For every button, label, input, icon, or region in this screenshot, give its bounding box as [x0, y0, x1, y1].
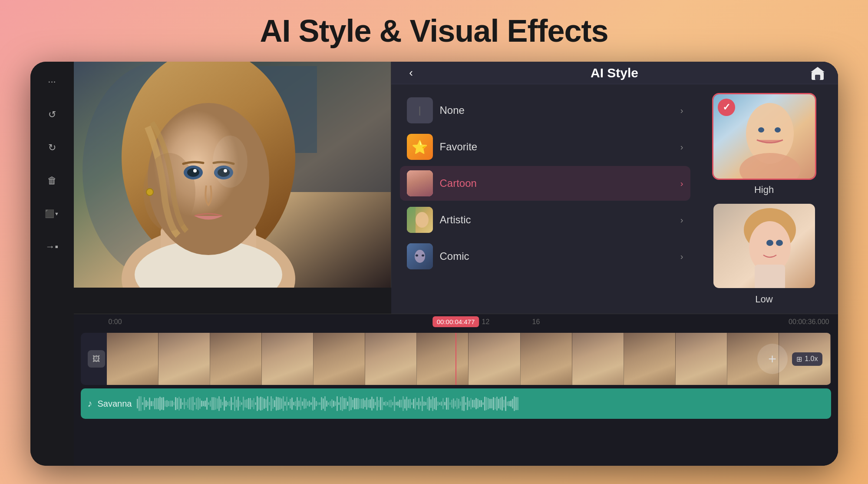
- waveform-bar: [309, 401, 310, 407]
- adjust-icon[interactable]: ⬛▼: [43, 204, 62, 223]
- waveform-bar: [234, 396, 235, 411]
- waveform-bar: [180, 398, 182, 409]
- waveform-bar: [218, 396, 220, 411]
- style-thumb-cartoon: [407, 170, 433, 196]
- waveform-bar: [456, 398, 458, 409]
- redo-icon[interactable]: ↻: [43, 138, 62, 157]
- waveform-bar: [161, 398, 162, 410]
- waveform-bar: [267, 396, 268, 411]
- quality-option-high[interactable]: ✓ High: [699, 93, 829, 196]
- video-frame: [107, 333, 158, 385]
- style-thumb-favorite: ⭐: [407, 134, 433, 160]
- waveform-bar: [231, 397, 232, 410]
- waveform-bar: [463, 396, 465, 411]
- add-clip-button[interactable]: +: [757, 344, 788, 374]
- waveform-bar: [363, 398, 364, 409]
- waveform-bar: [439, 402, 440, 405]
- main-content: ‹ AI Style: [74, 62, 838, 466]
- svg-point-26: [416, 212, 429, 228]
- waveform-bar: [243, 397, 244, 411]
- waveform-bar: [432, 396, 433, 411]
- style-item-favorite[interactable]: ⭐ Favorite ›: [400, 129, 690, 164]
- export-icon[interactable]: →▪: [43, 237, 62, 256]
- waveform-bar: [437, 401, 439, 406]
- waveform-bar: [269, 402, 270, 406]
- waveform-bar: [390, 400, 392, 408]
- waveform-bar: [340, 397, 341, 410]
- waveform-bar: [429, 397, 430, 411]
- more-icon[interactable]: ···: [43, 72, 62, 91]
- waveform-bar: [236, 400, 237, 408]
- waveform-bar: [170, 401, 171, 407]
- waveform-bar: [342, 396, 343, 411]
- waveform-bar: [241, 402, 242, 405]
- waveform-bar: [297, 397, 298, 410]
- waveform-bar: [488, 398, 489, 409]
- waveform-bar: [265, 399, 267, 408]
- waveform-bar: [474, 400, 475, 407]
- waveform-bar: [404, 399, 406, 408]
- speed-value: 1.0x: [805, 355, 818, 363]
- waveform-bar: [154, 398, 155, 409]
- waveform-bar: [349, 396, 350, 411]
- waveform-bar: [284, 401, 286, 406]
- style-label-cartoon: Cartoon: [440, 177, 673, 189]
- svg-point-36: [775, 127, 781, 133]
- undo-icon[interactable]: ↺: [43, 105, 62, 124]
- waveform-bar: [151, 401, 152, 406]
- waveform-bar: [382, 397, 383, 411]
- quality-label-high: High: [754, 184, 774, 196]
- style-item-artistic[interactable]: Artistic ›: [400, 202, 690, 237]
- waveform-bar: [434, 398, 435, 409]
- waveform-bar: [347, 401, 348, 406]
- delete-icon[interactable]: 🗑: [43, 171, 62, 190]
- waveform-bar: [199, 398, 201, 409]
- waveform-bar: [165, 401, 166, 407]
- waveform-bar: [396, 402, 397, 405]
- svg-point-16: [146, 189, 153, 196]
- waveform-bar: [376, 397, 378, 411]
- style-item-none[interactable]: | None ›: [400, 93, 690, 128]
- svg-point-22: [412, 189, 428, 196]
- waveform-bar: [248, 398, 249, 409]
- waveform-bar: [515, 397, 517, 411]
- svg-point-12: [187, 168, 199, 177]
- waveform-bar: [192, 397, 194, 411]
- waveform-bar: [436, 397, 437, 410]
- style-item-cartoon[interactable]: Cartoon ›: [400, 166, 690, 201]
- style-thumb-none: |: [407, 97, 433, 123]
- svg-rect-27: [407, 207, 416, 233]
- waveform-bar: [409, 399, 411, 408]
- waveform-bar: [356, 398, 357, 410]
- waveform-bar: [505, 396, 506, 411]
- waveform-bar: [416, 402, 418, 405]
- waveform-bar: [290, 399, 291, 408]
- waveform-bar: [392, 402, 393, 405]
- style-item-comic[interactable]: Comic ›: [400, 239, 690, 274]
- svg-point-41: [766, 240, 773, 246]
- waveform-bar: [331, 399, 333, 408]
- waveform-bar: [512, 399, 513, 408]
- store-button[interactable]: [808, 63, 827, 83]
- waveform-bar: [142, 402, 143, 404]
- style-list: | None › ⭐ Favorite ›: [400, 93, 690, 305]
- video-frame: [469, 333, 520, 385]
- waveform-bar: [472, 400, 473, 408]
- waveform-bar: [264, 398, 265, 409]
- waveform-bar: [477, 399, 479, 408]
- quality-selector: ✓ High: [699, 93, 829, 305]
- quality-option-low[interactable]: Low: [699, 202, 829, 305]
- waveform-bar: [441, 401, 442, 406]
- video-frame: [210, 333, 262, 385]
- waveform-bar: [258, 398, 260, 409]
- svg-point-24: [421, 180, 424, 183]
- waveform-bar: [239, 401, 241, 407]
- waveform-bar: [397, 401, 399, 406]
- waveform-bar: [406, 397, 407, 411]
- timeline-ruler: 0:00 00:00:04:477 12 16 00:00:36.000: [74, 314, 838, 329]
- waveform-bar: [147, 401, 149, 406]
- waveform-bar: [352, 400, 353, 408]
- waveform-bar: [302, 401, 303, 406]
- back-button[interactable]: ‹: [402, 63, 421, 83]
- waveform-bar: [500, 398, 501, 410]
